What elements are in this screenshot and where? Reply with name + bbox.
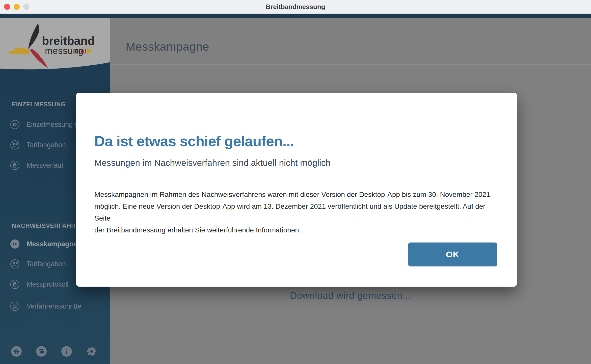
logo-text-2: messung — [45, 46, 84, 56]
chat-icon[interactable] — [36, 346, 47, 357]
sidebar-item-label: Messkampagne s — [26, 240, 83, 248]
dialog-subtitle: Messungen im Nachweisverfahren sind aktu… — [94, 158, 331, 168]
header-divider — [110, 64, 591, 65]
titlebar: Breitbandmessung — [0, 0, 591, 14]
clipboard-icon — [10, 280, 20, 289]
measurement-status-text: Download wird gemessen... — [110, 290, 591, 301]
sidebar-item-label: Tarifangaben — [26, 260, 66, 268]
breitband-logo: breitband messung — [0, 18, 110, 81]
app-logo: breitband messung — [0, 18, 110, 81]
section-header-nachweisverfahren: NACHWEISVERFAHRE — [12, 222, 80, 229]
numbered-list-icon: 1 2 — [10, 301, 20, 311]
info-icon[interactable] — [61, 346, 72, 357]
dialog-body-line: Messkampagnen im Rahmen des Nachweisverf… — [94, 189, 498, 200]
sidebar-item-label: Messprotokoll — [26, 281, 69, 288]
sidebar-item-label: Tarifangaben — [26, 141, 66, 149]
svg-text:1: 1 — [13, 304, 14, 307]
play-circle-icon — [10, 120, 20, 129]
svg-text:2: 2 — [13, 307, 14, 309]
ok-button[interactable]: OK — [408, 242, 497, 266]
dialog-body-line: der Breitbandmessung erhalten Sie weiter… — [94, 224, 498, 236]
clipboard-icon — [10, 161, 20, 170]
dialog-body: Messkampagnen im Rahmen des Nachweisverf… — [94, 189, 498, 236]
error-dialog: Da ist etwas schief gelaufen... Messunge… — [76, 93, 517, 287]
top-accent-strip — [0, 14, 591, 18]
tariff-person-icon — [10, 140, 20, 150]
sidebar-item-label: Messverlauf — [26, 162, 63, 169]
dialog-title: Da ist etwas schief gelaufen... — [94, 133, 294, 149]
sidebar-item-verfahrensschritte[interactable]: 1 2 Verfahrensschritte — [10, 301, 110, 312]
gear-icon[interactable] — [86, 346, 97, 357]
tariff-person-icon — [10, 259, 20, 269]
page-title: Messkampagne — [126, 40, 209, 53]
home-icon[interactable] — [11, 346, 22, 357]
section-header-einzelmessung: EINZELMESSUNG — [12, 101, 66, 108]
window-title: Breitbandmessung — [0, 0, 591, 14]
sidebar-footer-divider — [0, 336, 110, 336]
sidebar-item-label: Verfahrensschritte — [26, 302, 82, 310]
play-circle-filled-icon — [10, 239, 20, 249]
dialog-body-line: möglich. Eine neue Version der Desktop-A… — [94, 200, 498, 224]
sidebar-item-label: Einzelmessung s — [26, 121, 78, 129]
app-window: Breitbandmessung breitband messung — [0, 0, 591, 364]
